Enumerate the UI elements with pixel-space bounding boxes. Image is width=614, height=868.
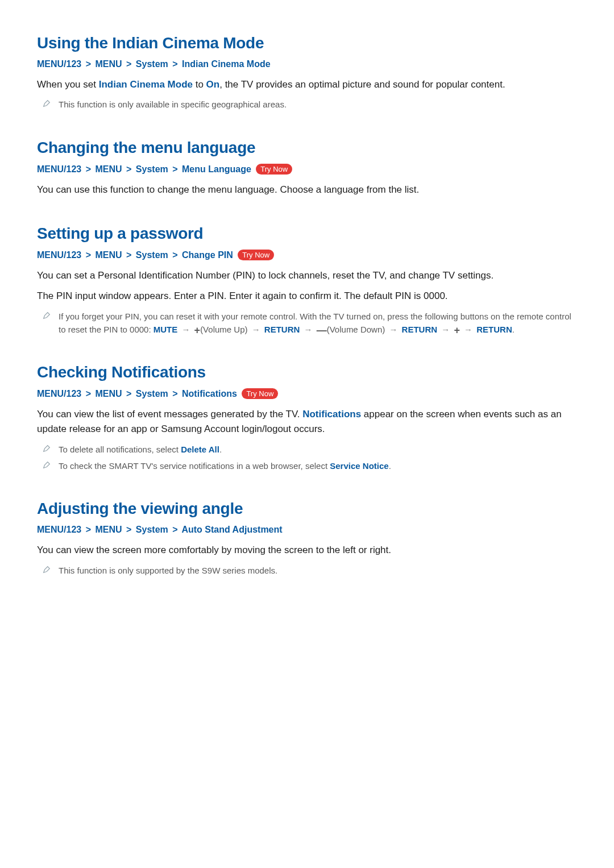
emphasis: RETURN — [402, 325, 438, 334]
chevron-right-icon: > — [126, 250, 131, 260]
emphasis: Service Notice — [330, 461, 388, 471]
note-text: This function is only available in speci… — [59, 98, 287, 111]
breadcrumb-item: MENU/123 — [37, 250, 81, 260]
breadcrumb-item: MENU — [96, 389, 122, 398]
note-row: This function is only supported by the S… — [37, 564, 577, 577]
section-menu-language: Changing the menu language MENU/123 > ME… — [37, 139, 577, 197]
breadcrumb-item: Auto Stand Adjustment — [181, 525, 282, 534]
chevron-right-icon: > — [86, 525, 91, 535]
section-notifications: Checking Notifications MENU/123 > MENU >… — [37, 363, 577, 472]
arrow-right-icon: → — [441, 325, 450, 334]
emphasis: Notifications — [302, 409, 361, 420]
body-text: The PIN input window appears. Enter a PI… — [37, 289, 577, 304]
breadcrumb-item: Change PIN — [182, 250, 233, 260]
pen-icon — [43, 445, 51, 452]
chevron-right-icon: > — [86, 59, 91, 69]
emphasis: RETURN — [476, 325, 512, 334]
body-text: You can view the list of event messages … — [37, 407, 577, 437]
breadcrumb-item: System — [136, 250, 168, 260]
note-row: This function is only available in speci… — [37, 98, 577, 111]
breadcrumb-item: MENU/123 — [37, 389, 81, 398]
chevron-right-icon: > — [126, 164, 131, 175]
chevron-right-icon: > — [86, 164, 91, 175]
breadcrumb-item: Menu Language — [182, 164, 251, 174]
try-now-badge[interactable]: Try Now — [256, 164, 292, 175]
breadcrumb-item: MENU — [96, 59, 122, 69]
breadcrumb: MENU/123 > MENU > System > Auto Stand Ad… — [37, 525, 577, 535]
arrow-right-icon: → — [252, 325, 260, 334]
breadcrumb: MENU/123 > MENU > System > Menu Language… — [37, 164, 577, 175]
breadcrumb-item: Indian Cinema Mode — [182, 59, 271, 69]
breadcrumb-item: MENU/123 — [37, 59, 81, 69]
breadcrumb-item: MENU/123 — [37, 525, 81, 534]
body-text: You can set a Personal Identification Nu… — [37, 268, 577, 283]
breadcrumb-item: MENU — [96, 164, 122, 174]
chevron-right-icon: > — [126, 59, 131, 69]
pen-icon — [43, 99, 51, 107]
body-text: When you set Indian Cinema Mode to On, t… — [37, 77, 577, 92]
note-row: To check the SMART TV's service notifica… — [37, 459, 577, 472]
breadcrumb: MENU/123 > MENU > System > Indian Cinema… — [37, 59, 577, 69]
arrow-right-icon: → — [389, 325, 397, 334]
plus-icon: + — [194, 325, 201, 335]
chevron-right-icon: > — [172, 59, 177, 69]
emphasis: On — [206, 79, 220, 90]
arrow-right-icon: → — [304, 325, 313, 334]
heading: Adjusting the viewing angle — [37, 500, 577, 518]
breadcrumb-item: MENU/123 — [37, 164, 81, 174]
breadcrumb-item: System — [136, 164, 168, 174]
note-text: This function is only supported by the S… — [59, 564, 277, 577]
note-text: If you forget your PIN, you can reset it… — [59, 310, 577, 337]
breadcrumb-item: Notifications — [182, 389, 237, 398]
try-now-badge[interactable]: Try Now — [238, 250, 274, 260]
note-text: To delete all notifications, select Dele… — [59, 443, 222, 456]
arrow-right-icon: → — [464, 325, 472, 334]
chevron-right-icon: > — [86, 389, 91, 399]
chevron-right-icon: > — [126, 525, 131, 535]
breadcrumb-item: System — [136, 389, 168, 398]
breadcrumb: MENU/123 > MENU > System > Notifications… — [37, 388, 577, 399]
breadcrumb-item: MENU — [96, 525, 122, 534]
heading: Setting up a password — [37, 225, 577, 243]
body-text: You can view the screen more comfortably… — [37, 543, 577, 558]
pen-icon — [43, 566, 51, 574]
section-password: Setting up a password MENU/123 > MENU > … — [37, 225, 577, 336]
emphasis: RETURN — [264, 325, 300, 334]
emphasis: Delete All — [181, 445, 219, 454]
section-viewing-angle: Adjusting the viewing angle MENU/123 > M… — [37, 500, 577, 577]
plus-icon: + — [454, 325, 460, 335]
heading: Using the Indian Cinema Mode — [37, 34, 577, 52]
breadcrumb-item: System — [136, 525, 168, 534]
breadcrumb: MENU/123 > MENU > System > Change PIN Tr… — [37, 250, 577, 260]
chevron-right-icon: > — [172, 525, 177, 535]
heading: Changing the menu language — [37, 139, 577, 157]
body-text: You can use this function to change the … — [37, 182, 577, 197]
try-now-badge[interactable]: Try Now — [242, 388, 278, 399]
heading: Checking Notifications — [37, 363, 577, 381]
breadcrumb-item: System — [136, 59, 168, 69]
chevron-right-icon: > — [86, 250, 91, 260]
section-indian-cinema: Using the Indian Cinema Mode MENU/123 > … — [37, 34, 577, 111]
chevron-right-icon: > — [172, 389, 177, 399]
pen-icon — [43, 461, 51, 469]
arrow-right-icon: → — [181, 325, 190, 334]
pen-icon — [43, 312, 51, 319]
chevron-right-icon: > — [126, 389, 131, 399]
chevron-right-icon: > — [172, 250, 177, 260]
minus-icon: — — [317, 325, 327, 335]
emphasis: Indian Cinema Mode — [99, 79, 193, 90]
note-text: To check the SMART TV's service notifica… — [59, 459, 391, 472]
breadcrumb-item: MENU — [96, 250, 122, 260]
emphasis: MUTE — [154, 325, 178, 334]
chevron-right-icon: > — [172, 164, 177, 175]
note-row: If you forget your PIN, you can reset it… — [37, 310, 577, 337]
note-row: To delete all notifications, select Dele… — [37, 443, 577, 456]
